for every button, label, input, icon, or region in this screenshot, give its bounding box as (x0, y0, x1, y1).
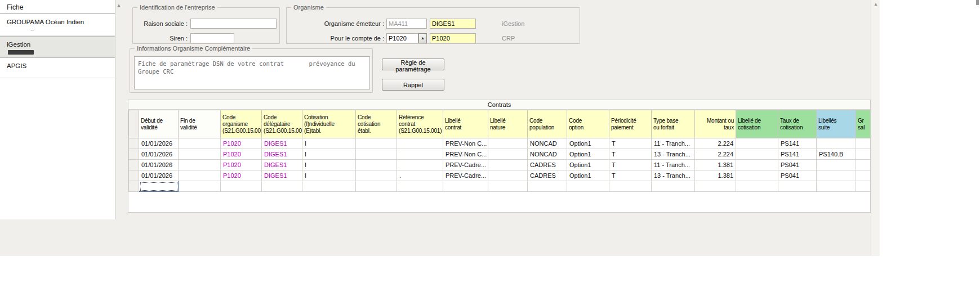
row-selector[interactable] (129, 138, 139, 149)
cell-libelles-suite[interactable] (817, 181, 856, 192)
cell-montant-ou-taux[interactable]: 2.224 (695, 149, 736, 160)
cell-code-delegataire[interactable]: DIGES1 (262, 138, 302, 149)
cell-grille-sal[interactable] (856, 149, 871, 160)
cell-cotisation-individuelle-etabl[interactable] (302, 181, 356, 192)
cell-code-delegataire[interactable]: DIGES1 (262, 160, 302, 170)
cell-reference-contrat[interactable]: . (397, 170, 443, 181)
cell-code-option[interactable]: Option1 (567, 160, 609, 170)
cell-grille-sal[interactable] (856, 170, 871, 181)
cell-code-organisme[interactable] (221, 181, 262, 192)
col-header-code-population[interactable]: Code population (528, 110, 567, 138)
col-header-type-base-ou-forfait[interactable]: Type base ou forfait (652, 110, 695, 138)
cell-code-population[interactable]: CADRES (528, 170, 567, 181)
cell-code-organisme[interactable]: P1020 (221, 160, 262, 170)
cell-periodicite-paiement[interactable]: T (609, 160, 652, 170)
cell-montant-ou-taux[interactable]: 1.381 (695, 160, 736, 170)
pour-le-compte-spinner-up-icon[interactable]: ▲ (418, 33, 427, 43)
cell-code-organisme[interactable]: P1020 (221, 138, 262, 149)
cell-taux-de-cotisation[interactable]: PS141 (778, 138, 817, 149)
row-selector[interactable] (129, 181, 139, 192)
cell-code-cotisation-etabl[interactable] (356, 160, 397, 170)
col-header-code-organisme[interactable]: Code organisme (S21.G00.15.002) (221, 110, 262, 138)
pour-le-compte-input[interactable] (386, 33, 418, 43)
cell-libelle-nature[interactable] (488, 138, 528, 149)
cell-libelles-suite[interactable] (817, 170, 856, 181)
cell-taux-de-cotisation[interactable]: PS041 (778, 160, 817, 170)
cell-taux-de-cotisation[interactable]: PS041 (778, 170, 817, 181)
cell-debut-validite[interactable]: 01/01/2026 (139, 160, 179, 170)
cell-libelles-suite[interactable]: PS140.B (817, 149, 856, 160)
col-header-cotisation-individuelle-etabl[interactable]: Cotisation (I)ndividuelle (E)tabl. (302, 110, 356, 138)
col-header-reference-contrat[interactable]: Référence contrat (S21.G00.15.001) (397, 110, 443, 138)
cell-type-base-ou-forfait[interactable]: 13 - Tranch... (652, 170, 695, 181)
cell-code-population[interactable] (528, 181, 567, 192)
col-header-grille-sal[interactable]: Gr sal (856, 110, 871, 138)
cell-code-delegataire[interactable]: DIGES1 (262, 170, 302, 181)
informations-memo[interactable]: Fiche de paramétrage DSN de votre contra… (134, 56, 370, 89)
cell-reference-contrat[interactable] (397, 160, 443, 170)
col-header-code-cotisation-etabl[interactable]: Code cotisation établ. (356, 110, 397, 138)
cell-montant-ou-taux[interactable]: 1.381 (695, 170, 736, 181)
cell-libelle-contrat[interactable]: PREV-Non C... (443, 149, 488, 160)
col-header-libelle-contrat[interactable]: Libellé contrat (443, 110, 488, 138)
cell-cotisation-individuelle-etabl[interactable]: I (302, 138, 356, 149)
col-header-taux-de-cotisation[interactable]: Taux de cotisation (778, 110, 817, 138)
cell-type-base-ou-forfait[interactable] (652, 181, 695, 192)
cell-code-population[interactable]: NONCAD (528, 149, 567, 160)
cell-montant-ou-taux[interactable]: 2.224 (695, 138, 736, 149)
cell-libelle-contrat[interactable] (443, 181, 488, 192)
cell-fin-validite[interactable] (179, 170, 221, 181)
cell-grille-sal[interactable] (856, 181, 871, 192)
row-selector[interactable] (129, 160, 139, 170)
cell-libelle-de-cotisation[interactable] (736, 138, 778, 149)
cell-libelle-contrat[interactable]: PREV-Non C... (443, 138, 488, 149)
cell-code-population[interactable]: NONCAD (528, 138, 567, 149)
cell-taux-de-cotisation[interactable]: PS141 (778, 149, 817, 160)
cell-debut-validite[interactable]: 01/01/2026 (139, 149, 179, 160)
cell-libelle-contrat[interactable]: PREV-Cadre... (443, 170, 488, 181)
col-header-code-option[interactable]: Code option (567, 110, 609, 138)
regle-parametrage-button[interactable]: Règle de paramétrage (382, 59, 444, 70)
sidebar-item-apgis[interactable]: APGIS (0, 58, 115, 78)
cell-reference-contrat[interactable] (397, 149, 443, 160)
cell-code-population[interactable]: CADRES (528, 160, 567, 170)
cell-periodicite-paiement[interactable]: T (609, 170, 652, 181)
vertical-scrollbar[interactable]: ▲ (871, 0, 880, 256)
cell-grille-sal[interactable] (856, 138, 871, 149)
cell-taux-de-cotisation[interactable] (778, 181, 817, 192)
organisme-emetteur-code-input[interactable] (430, 19, 476, 29)
col-header-libelle-de-cotisation[interactable]: Libellé de cotisation (736, 110, 778, 138)
cell-fin-validite[interactable] (179, 149, 221, 160)
cell-code-organisme[interactable]: P1020 (221, 170, 262, 181)
col-header-fin-validite[interactable]: Fin de validité (179, 110, 221, 138)
active-cell[interactable] (139, 181, 179, 192)
cell-fin-validite[interactable] (179, 138, 221, 149)
raison-sociale-input[interactable] (190, 19, 277, 29)
cell-code-option[interactable]: Option1 (567, 149, 609, 160)
cell-code-delegataire[interactable]: DIGES1 (262, 149, 302, 160)
cell-cotisation-individuelle-etabl[interactable]: I (302, 170, 356, 181)
row-selector[interactable] (129, 149, 139, 160)
cell-code-option[interactable]: Option1 (567, 138, 609, 149)
sidebar-item-igestion[interactable]: iGestion (0, 36, 115, 58)
cell-cotisation-individuelle-etabl[interactable]: I (302, 149, 356, 160)
cell-libelle-nature[interactable] (488, 181, 528, 192)
col-header-libelle-nature[interactable]: Libellé nature (488, 110, 528, 138)
cell-code-cotisation-etabl[interactable] (356, 181, 397, 192)
cell-grille-sal[interactable] (856, 160, 871, 170)
cell-cotisation-individuelle-etabl[interactable]: I (302, 160, 356, 170)
col-header-libelles-suite[interactable]: Libellés suite (817, 110, 856, 138)
cell-periodicite-paiement[interactable]: T (609, 138, 652, 149)
sidebar-scroll-up-icon[interactable]: ▲ (117, 3, 121, 8)
cell-code-organisme[interactable]: P1020 (221, 149, 262, 160)
siren-input[interactable] (190, 33, 234, 43)
cell-libelle-de-cotisation[interactable] (736, 170, 778, 181)
cell-montant-ou-taux[interactable] (695, 181, 736, 192)
cell-libelle-de-cotisation[interactable] (736, 181, 778, 192)
cell-type-base-ou-forfait[interactable]: 13 - Tranch... (652, 149, 695, 160)
cell-libelle-contrat[interactable]: PREV-Cadre... (443, 160, 488, 170)
cell-libelles-suite[interactable] (817, 160, 856, 170)
select-all-corner[interactable] (129, 110, 139, 138)
cell-libelle-nature[interactable] (488, 160, 528, 170)
pour-le-compte-code-input[interactable] (430, 33, 476, 43)
